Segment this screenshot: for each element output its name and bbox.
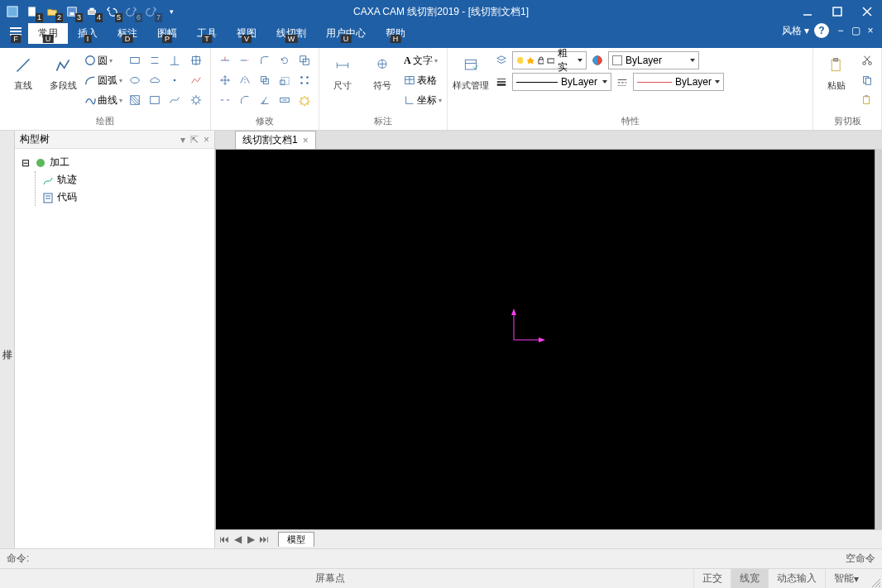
copy-clip-icon[interactable] <box>858 71 876 89</box>
qat-redo[interactable]: 6 <box>122 2 141 21</box>
qat-open[interactable]: 2 <box>43 2 61 21</box>
copy-icon[interactable] <box>256 71 274 89</box>
command-bar[interactable]: 命令: 空命令 <box>0 548 882 568</box>
cut-icon[interactable] <box>858 51 876 69</box>
minimize-button[interactable] <box>793 0 822 23</box>
line-button[interactable]: 直线 <box>5 51 41 92</box>
resize-grip[interactable] <box>867 569 882 589</box>
drawing-canvas[interactable] <box>215 149 875 530</box>
tab-frame[interactable]: 图幅P <box>147 23 187 44</box>
offset-icon[interactable] <box>295 51 314 69</box>
fillet-icon[interactable] <box>256 51 274 69</box>
mirror-icon[interactable] <box>236 71 254 89</box>
nav-next-icon[interactable]: ▶ <box>245 533 256 545</box>
tab-insert[interactable]: 插入I <box>68 23 108 44</box>
lineweight-field[interactable]: ByLayer <box>512 73 611 91</box>
app-icon[interactable] <box>3 2 22 21</box>
status-dyninput-button[interactable]: 动态输入 <box>768 569 825 589</box>
maximize-button[interactable] <box>822 0 852 23</box>
model-tab[interactable]: 模型 <box>278 532 314 547</box>
point-icon[interactable] <box>165 71 184 89</box>
mdi-close[interactable]: × <box>864 24 877 37</box>
qat-print[interactable]: 4 <box>83 2 101 21</box>
paste-special-icon[interactable] <box>858 91 876 109</box>
status-bar: 屏幕点 正交 线宽 动态输入 智能 ▾ <box>0 568 882 588</box>
tree-root[interactable]: ⊟ 加工 <box>20 154 209 171</box>
panel-dropdown-icon[interactable]: ▾ <box>180 134 185 146</box>
panel-close-icon[interactable]: × <box>204 134 209 146</box>
qat-dropdown[interactable]: ▾ <box>162 2 180 21</box>
layer-state-field[interactable]: 粗实 <box>512 51 587 69</box>
perp-icon[interactable] <box>165 51 184 69</box>
dim-button[interactable]: 尺寸 <box>324 51 361 92</box>
circle-button[interactable]: 圆▾ <box>84 51 122 69</box>
center-rect-icon[interactable] <box>187 51 205 69</box>
nav-last-icon[interactable]: ⏭ <box>258 533 270 545</box>
ellipse-icon[interactable] <box>126 71 144 89</box>
paste-button[interactable]: 粘贴 <box>818 51 855 92</box>
cloud-icon[interactable] <box>146 71 164 89</box>
chamfer-icon[interactable] <box>236 91 254 109</box>
tree-node-path[interactable]: 轨迹 <box>42 171 209 189</box>
symbol-button[interactable]: 符号 <box>364 51 400 92</box>
move-icon[interactable] <box>216 71 234 89</box>
tab-wire-edm[interactable]: 线切割W <box>266 23 316 44</box>
style-manager-button[interactable]: 样式管理 <box>453 51 489 92</box>
rotate-icon[interactable] <box>276 51 294 69</box>
panel-pin-icon[interactable]: ⇱ <box>190 134 199 146</box>
explode-icon[interactable] <box>295 91 314 109</box>
status-ortho-button[interactable]: 正交 <box>693 569 731 589</box>
text-box-icon[interactable] <box>146 91 164 109</box>
gear-icon[interactable] <box>187 91 205 109</box>
tree-node-code[interactable]: 代码 <box>42 189 209 206</box>
mdi-minimize[interactable]: − <box>834 24 847 37</box>
break-icon[interactable] <box>216 91 234 109</box>
text-button[interactable]: A文字▾ <box>404 51 442 69</box>
qat-new[interactable]: 1 <box>23 2 41 21</box>
tab-annotate[interactable]: 标注D <box>108 23 147 44</box>
status-smart-button[interactable]: 智能 ▾ <box>825 569 867 589</box>
arc-button[interactable]: 圆弧▾ <box>84 71 122 89</box>
tab-help[interactable]: 帮助H <box>376 23 415 44</box>
rect-icon[interactable] <box>126 51 144 69</box>
qat-undo[interactable]: 5 <box>103 2 121 21</box>
linetype-icon[interactable] <box>613 73 631 91</box>
left-dock-bar[interactable]: 排样 <box>0 131 15 548</box>
lineweight-icon[interactable] <box>492 73 511 91</box>
help-icon[interactable]: ? <box>814 23 829 38</box>
color-picker-icon[interactable] <box>588 51 606 69</box>
expand-icon[interactable]: ⊟ <box>20 157 31 169</box>
color-field[interactable]: ByLayer <box>608 51 699 69</box>
close-button[interactable] <box>852 0 882 23</box>
trim-icon[interactable] <box>216 51 234 69</box>
polyline-button[interactable]: 多段线 <box>45 51 81 92</box>
table-button[interactable]: 表格 <box>404 71 442 89</box>
status-lineweight-button[interactable]: 线宽 <box>731 569 768 589</box>
doc-tab-close-icon[interactable]: × <box>303 135 309 146</box>
stretch-icon[interactable] <box>276 91 294 109</box>
angle-icon[interactable] <box>256 91 274 109</box>
nav-first-icon[interactable]: ⏮ <box>218 533 230 545</box>
tab-view[interactable]: 视图V <box>227 23 266 44</box>
curve-button[interactable]: 曲线▾ <box>84 91 122 109</box>
tab-common[interactable]: 常用U <box>28 23 68 44</box>
tab-user-center[interactable]: 用户中心U <box>316 23 376 44</box>
doc-tab-1[interactable]: 线切割文档1 × <box>235 131 316 149</box>
qat-redo2[interactable]: 7 <box>142 2 161 21</box>
array-icon[interactable] <box>295 71 314 89</box>
visual-style-dropdown[interactable]: 风格 ▾ <box>782 24 809 38</box>
hatch-icon[interactable] <box>126 91 144 109</box>
spline-icon[interactable] <box>165 91 184 109</box>
scale-icon[interactable] <box>276 71 294 89</box>
parallel-icon[interactable] <box>146 51 164 69</box>
layer-icon[interactable] <box>492 51 511 69</box>
trace-icon[interactable] <box>187 71 205 89</box>
tab-tools[interactable]: 工具T <box>187 23 227 44</box>
extend-icon[interactable] <box>236 51 254 69</box>
coord-button[interactable]: 坐标▾ <box>404 91 442 109</box>
qat-save[interactable]: 3 <box>63 2 81 21</box>
linetype-field[interactable]: ByLayer <box>633 73 724 91</box>
mdi-restore[interactable]: ▢ <box>849 24 862 37</box>
nav-prev-icon[interactable]: ◀ <box>232 533 243 545</box>
file-menu-button[interactable]: F <box>3 23 28 42</box>
